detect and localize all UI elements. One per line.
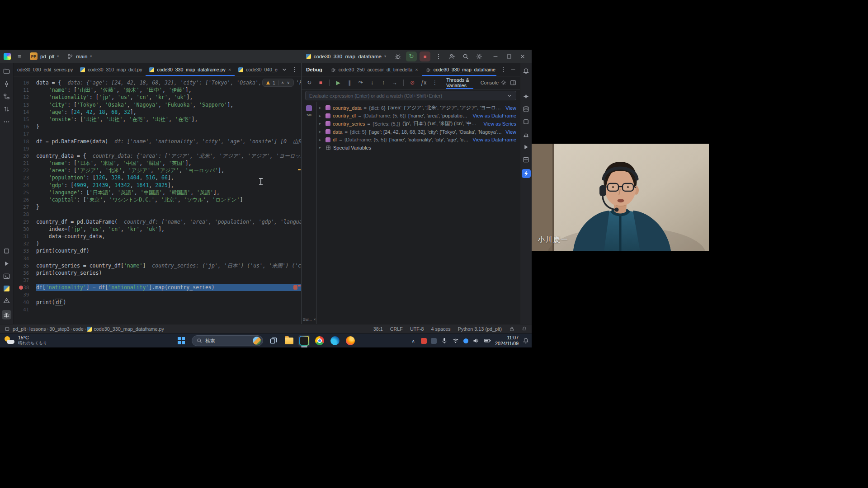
- close-tab-icon[interactable]: ×: [415, 67, 418, 72]
- debug-tab[interactable]: code30_330_map_dataframe×: [422, 63, 496, 76]
- popup-fragment[interactable]: Sw... ×: [303, 317, 316, 322]
- line-number[interactable]: 14: [14, 108, 36, 116]
- view-link[interactable]: View as Series: [483, 121, 516, 127]
- ai-chat-icon[interactable]: [522, 169, 531, 178]
- settings-icon[interactable]: [501, 80, 506, 85]
- project-icon[interactable]: [3, 68, 10, 75]
- view-link[interactable]: View: [505, 129, 516, 135]
- close-icon[interactable]: ×: [314, 317, 316, 322]
- line-number[interactable]: 35: [14, 262, 36, 269]
- code-line[interactable]: 30 index=['jp', 'us', 'cn', 'kr', 'uk'],: [14, 225, 301, 233]
- variable-row[interactable]: ▸Special Variables: [317, 144, 520, 152]
- code-line[interactable]: 40print(df): [14, 299, 301, 306]
- code-line[interactable]: 23 'population': [126, 328, 1404, 516, 6…: [14, 174, 301, 181]
- file-explorer-icon[interactable]: [283, 335, 295, 347]
- line-number[interactable]: 11: [14, 86, 36, 94]
- python-console-icon[interactable]: [4, 286, 9, 291]
- project-widget-icon[interactable]: [5, 326, 10, 332]
- breakpoint-stripe-mark[interactable]: [298, 285, 301, 286]
- breadcrumb-item[interactable]: lessons: [29, 326, 46, 332]
- mute-breakpoints-icon[interactable]: ⊘: [408, 79, 416, 87]
- variable-row[interactable]: ▸df = {DataFrame: (5, 5)} ['name', 'nati…: [317, 136, 520, 144]
- tray-app-dark-icon[interactable]: [431, 338, 437, 344]
- code-line[interactable]: 13 'city': ['Tokyo', 'Osaka', 'Nagoya', …: [14, 101, 301, 108]
- tray-app-blue-icon[interactable]: [463, 338, 468, 343]
- code-line[interactable]: 20country_data = {country_data: {'area':…: [14, 152, 301, 160]
- line-number[interactable]: 38: [14, 284, 36, 291]
- code-line[interactable]: 12 'nationality': ['jp', 'us', 'cn', 'kr…: [14, 94, 301, 101]
- variable-row[interactable]: ▸country_series = {Series: (5,)} ('jp', …: [317, 120, 520, 128]
- battery-icon[interactable]: [484, 337, 491, 344]
- line-number[interactable]: 34: [14, 255, 36, 262]
- run-config-selector[interactable]: code30_330_map_dataframe ▾: [304, 53, 388, 60]
- code-line[interactable]: 11 'name': ['山田', '佐藤', '鈴木', '田中', '伊藤'…: [14, 86, 301, 94]
- line-number[interactable]: 24: [14, 182, 36, 189]
- volume-icon[interactable]: [472, 337, 480, 344]
- expand-chevron-icon[interactable]: ▸: [319, 106, 323, 110]
- minimize-icon[interactable]: [490, 52, 501, 61]
- code-line[interactable]: 32): [14, 240, 301, 247]
- start-button[interactable]: [175, 335, 187, 347]
- line-number[interactable]: 39: [14, 291, 36, 298]
- taskbar-clock[interactable]: 11:07 2024/11/09: [495, 335, 519, 347]
- run-icon[interactable]: [3, 260, 10, 267]
- code-editor[interactable]: 10data = {data: {'age': [24, 42, 18, 68,…: [14, 76, 301, 324]
- line-number[interactable]: 41: [14, 306, 36, 313]
- line-number[interactable]: 28: [14, 211, 36, 218]
- more-icon[interactable]: [3, 118, 10, 125]
- code-line[interactable]: 33print(country_df): [14, 247, 301, 254]
- learn-icon[interactable]: [523, 156, 529, 163]
- line-number[interactable]: 17: [14, 130, 36, 137]
- edge-icon[interactable]: [329, 335, 341, 347]
- status-segment[interactable]: 4 spaces: [431, 326, 451, 332]
- more-icon[interactable]: [433, 52, 444, 61]
- code-line[interactable]: 18df = pd.DataFrame(data)df: ['name', 'n…: [14, 138, 301, 145]
- line-number[interactable]: 22: [14, 167, 36, 174]
- line-number[interactable]: 15: [14, 116, 36, 123]
- code-line[interactable]: 39: [14, 291, 301, 298]
- line-number[interactable]: 32: [14, 240, 36, 247]
- more-icon[interactable]: [291, 66, 297, 73]
- commit-icon[interactable]: [3, 80, 10, 87]
- editor-scrollbar[interactable]: [297, 76, 301, 324]
- breadcrumb-item[interactable]: code30_330_map_dataframe.py: [94, 326, 164, 332]
- step-into-icon[interactable]: ↓: [368, 79, 376, 87]
- code-line[interactable]: 29country_df = pd.DataFrame(country_df: …: [14, 218, 301, 225]
- resume-icon[interactable]: ▶: [334, 79, 342, 87]
- inspection-widget[interactable]: 1 ∧ ∨: [262, 79, 294, 87]
- status-segment[interactable]: 38:1: [373, 326, 383, 332]
- expand-chevron-icon[interactable]: ▸: [319, 122, 323, 126]
- layout-settings-icon[interactable]: [510, 80, 516, 86]
- more-icon[interactable]: ⋮: [431, 79, 439, 87]
- chevron-down-icon[interactable]: [507, 93, 512, 99]
- breadcrumb-item[interactable]: 30_step3: [49, 326, 69, 332]
- more-icon[interactable]: [500, 66, 506, 73]
- line-number[interactable]: 29: [14, 218, 36, 225]
- expand-chevron-icon[interactable]: ▸: [319, 145, 323, 150]
- tray-app-red-icon[interactable]: [421, 338, 427, 344]
- variable-row[interactable]: ▸country_data = {dict: 6} {'area': ['アジア…: [317, 104, 520, 112]
- line-number[interactable]: 37: [14, 277, 36, 284]
- code-line[interactable]: 22 'area': ['アジア', '北米', 'アジア', 'アジア', '…: [14, 167, 301, 174]
- pycharm-icon[interactable]: [298, 335, 310, 347]
- sciview-icon[interactable]: [523, 131, 529, 138]
- stop-icon[interactable]: ■: [420, 52, 430, 61]
- code-line[interactable]: 15 'onsite': ['出社', '出社', '在宅', '出社', '在…: [14, 116, 301, 123]
- structure-icon[interactable]: [3, 93, 10, 100]
- view-link[interactable]: View as DataFrame: [473, 113, 516, 118]
- pull-requests-icon[interactable]: [3, 106, 10, 113]
- view-link[interactable]: View as DataFrame: [473, 137, 516, 142]
- line-number[interactable]: 21: [14, 160, 36, 167]
- code-line[interactable]: 24 'gdp': [4909, 21439, 14342, 1641, 282…: [14, 182, 301, 189]
- code-line[interactable]: 28: [14, 211, 301, 218]
- code-line[interactable]: 31 data=country_data,: [14, 233, 301, 240]
- terminal-icon[interactable]: [3, 273, 10, 280]
- breadcrumb-item[interactable]: code: [73, 326, 83, 332]
- problems-icon[interactable]: [3, 297, 10, 304]
- editor-tab[interactable]: code30_310_map_dict.py: [76, 63, 146, 76]
- close-icon[interactable]: [517, 52, 528, 61]
- code-line[interactable]: 19: [14, 145, 301, 152]
- debug-view-tab[interactable]: Threads & Variables: [446, 76, 473, 89]
- expand-chevron-icon[interactable]: ▸: [319, 114, 323, 118]
- rerun-debug-icon[interactable]: ↻: [305, 79, 313, 87]
